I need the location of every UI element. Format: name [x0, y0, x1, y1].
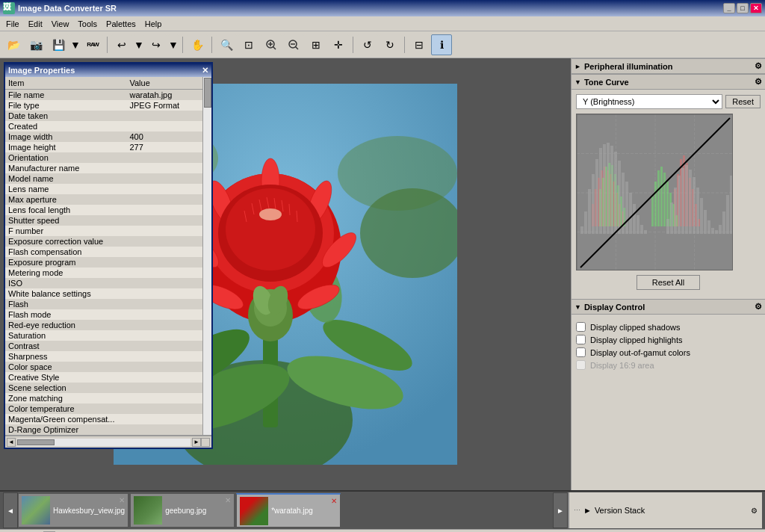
properties-close-button[interactable]: ✕: [202, 66, 208, 75]
maximize-button[interactable]: □: [737, 3, 749, 13]
prop-item: Color temperature: [5, 403, 126, 414]
open-folder-button[interactable]: 📂: [3, 34, 24, 55]
zoom-out-button[interactable]: [283, 34, 304, 55]
svg-rect-97: [614, 152, 617, 234]
scroll-left-button[interactable]: ◄: [7, 438, 16, 447]
prop-value: [126, 163, 202, 173]
zoom-in-button[interactable]: [261, 34, 282, 55]
horizontal-scrollbar-thumb[interactable]: [17, 439, 55, 445]
svg-rect-123: [730, 176, 732, 234]
table-row: Flash: [5, 299, 202, 309]
scroll-right-button[interactable]: ►: [192, 438, 201, 447]
svg-rect-105: [644, 230, 647, 234]
reset-all-button[interactable]: Reset All: [637, 275, 700, 290]
redo-button[interactable]: ↪: [146, 34, 167, 55]
clipped-shadows-row: Display clipped shadows: [576, 322, 761, 332]
undo-dropdown-button[interactable]: ▼: [134, 34, 144, 55]
save-button[interactable]: 💾: [48, 34, 69, 55]
prop-value: [126, 351, 202, 362]
prop-value: [126, 403, 202, 414]
close-button[interactable]: ✕: [750, 3, 762, 13]
menu-edit[interactable]: Edit: [24, 18, 47, 30]
svg-rect-88: [580, 226, 583, 234]
undo-button[interactable]: ↩: [111, 34, 132, 55]
rotate-cw-button[interactable]: ↻: [380, 34, 400, 55]
version-stack-arrow: ►: [583, 506, 592, 515]
prop-item: F number: [5, 226, 126, 236]
rotate-ccw-button[interactable]: ↺: [357, 34, 378, 55]
peripheral-illumination-header[interactable]: ► Peripheral illumination ⚙: [572, 58, 765, 74]
tone-curve-header[interactable]: ▼ Tone Curve ⚙: [572, 74, 765, 90]
hand-tool-button[interactable]: ✋: [187, 34, 208, 55]
svg-rect-94: [603, 144, 606, 234]
menu-tools[interactable]: Tools: [73, 18, 102, 30]
version-stack-gear-icon[interactable]: ⚙: [751, 507, 758, 515]
clipped-highlights-checkbox[interactable]: [576, 335, 586, 344]
minimize-button[interactable]: _: [723, 3, 735, 13]
save-dropdown-button[interactable]: ▼: [70, 34, 81, 55]
filmstrip-close-1[interactable]: ✕: [223, 495, 232, 504]
tone-curve-label: Tone Curve: [584, 78, 629, 87]
menu-bar: File Edit View Tools Palettes Help: [0, 16, 765, 31]
tone-curve-canvas[interactable]: [576, 114, 733, 270]
clipped-highlights-row: Display clipped highlights: [576, 335, 761, 344]
crop-button[interactable]: ⊞: [306, 34, 326, 55]
menu-palettes[interactable]: Palettes: [102, 18, 140, 30]
compare-button[interactable]: ⊟: [409, 34, 430, 55]
svg-rect-93: [599, 148, 602, 234]
filmstrip-tab-0[interactable]: Hawkesbury_view.jpg ✕: [18, 493, 128, 528]
properties-title: Image Properties: [8, 66, 75, 75]
prop-value: [126, 236, 202, 247]
prop-item: Red-eye reduction: [5, 320, 126, 330]
table-row: Exposure correction value: [5, 236, 202, 247]
tone-curve-svg: [577, 114, 733, 270]
out-of-gamut-checkbox[interactable]: [576, 347, 586, 357]
filmstrip-tab-1[interactable]: geebung.jpg ✕: [130, 493, 235, 528]
version-stack-area: ⋯ ► Version Stack ⚙: [568, 492, 762, 528]
svg-rect-110: [681, 168, 684, 234]
clipped-shadows-label: Display clipped shadows: [590, 323, 680, 332]
raw-convert-button[interactable]: RAW: [82, 34, 103, 55]
open-raw-button[interactable]: 📷: [25, 34, 46, 55]
svg-rect-89: [584, 211, 587, 234]
display-control-section: Display clipped shadows Display clipped …: [572, 315, 765, 377]
prop-value: [126, 215, 202, 226]
display-control-gear-icon[interactable]: ⚙: [755, 302, 762, 312]
svg-rect-114: [696, 188, 699, 234]
filmstrip-close-2[interactable]: ✕: [329, 496, 338, 505]
filmstrip-thumb-0: [22, 496, 50, 525]
menu-help[interactable]: Help: [140, 18, 167, 30]
filmstrip-content: Hawkesbury_view.jpg ✕ geebung.jpg ✕ *war…: [18, 493, 553, 528]
filmstrip-tab-2[interactable]: *waratah.jpg ✕: [236, 493, 341, 528]
channel-select[interactable]: Y (Brightness) R (Red) G (Green) B (Blue…: [576, 94, 722, 109]
peripheral-arrow-icon: ►: [574, 63, 581, 70]
zoom-fit-button[interactable]: 🔍: [216, 34, 237, 55]
clipped-shadows-checkbox[interactable]: [576, 322, 586, 332]
info-button[interactable]: ℹ: [431, 34, 452, 55]
svg-rect-118: [711, 228, 714, 234]
move-button[interactable]: ✛: [328, 34, 349, 55]
properties-table: Item Value File namewaratah.jpgFile type…: [5, 77, 202, 435]
filmstrip-close-0[interactable]: ✕: [117, 495, 126, 504]
fit-window-button[interactable]: ⊡: [238, 34, 259, 55]
display-control-header[interactable]: ▼ Display Control ⚙: [572, 299, 765, 315]
tone-curve-gear-icon[interactable]: ⚙: [755, 77, 762, 87]
sep5: [404, 37, 405, 53]
scrollbar-thumb[interactable]: [204, 78, 211, 108]
version-stack-label: Version Stack: [595, 506, 645, 515]
peripheral-gear-icon[interactable]: ⚙: [755, 61, 762, 71]
tone-curve-reset-button[interactable]: Reset: [725, 95, 761, 108]
svg-line-5: [296, 46, 299, 49]
properties-panel: Image Properties ✕ Item Value File namew…: [4, 62, 213, 449]
redo-dropdown-button[interactable]: ▼: [168, 34, 179, 55]
filmstrip-nav-right-button[interactable]: ►: [553, 492, 568, 528]
col-value-header: Value: [126, 77, 202, 90]
table-row: Sharpness: [5, 351, 202, 362]
menu-file[interactable]: File: [1, 18, 24, 30]
prop-value: [126, 173, 202, 184]
filmstrip-nav-left-button[interactable]: ◄: [3, 492, 18, 528]
menu-view[interactable]: View: [47, 18, 74, 30]
prop-item: White balance settings: [5, 288, 126, 299]
filmstrip-name-1: geebung.jpg: [165, 507, 206, 515]
table-row: Image width400: [5, 132, 202, 142]
